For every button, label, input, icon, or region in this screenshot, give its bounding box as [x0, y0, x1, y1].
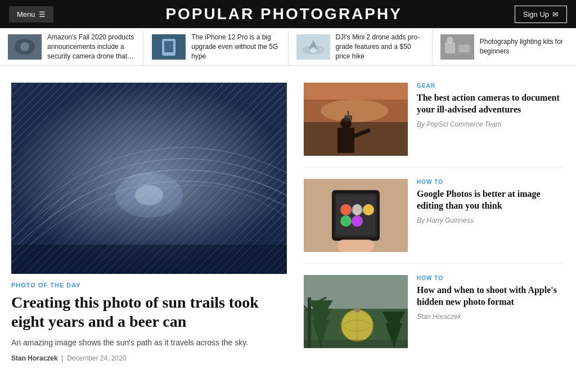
article-info-1: GEAR The best action cameras to document…: [417, 83, 565, 156]
email-icon: ✉: [552, 10, 559, 19]
ticker-text-3: DJI's Mini 2 drone adds pro-grade featur…: [336, 33, 424, 61]
svg-point-36: [363, 204, 374, 215]
article-category-3: HOW TO: [417, 275, 565, 281]
site-logo[interactable]: POPULAR PHOTOGRAPHY: [165, 5, 402, 23]
svg-line-18: [11, 240, 287, 246]
article-byline-1: By PopSci Commerce Team: [417, 120, 565, 128]
svg-rect-14: [11, 83, 287, 274]
svg-rect-11: [445, 42, 455, 53]
svg-rect-27: [344, 115, 352, 121]
menu-label: Menu: [17, 10, 35, 19]
svg-point-38: [352, 215, 363, 227]
svg-rect-33: [336, 196, 375, 235]
svg-point-17: [135, 185, 163, 205]
article-category-1: GEAR: [417, 83, 565, 89]
svg-point-34: [340, 204, 352, 215]
featured-date: December 24, 2020: [67, 354, 126, 362]
article-thumb-2[interactable]: [304, 179, 408, 252]
svg-point-2: [20, 42, 29, 51]
svg-point-12: [447, 37, 453, 43]
article-byline-3: Stan Horaczek: [417, 313, 565, 321]
ticker-thumb-3: [296, 34, 330, 60]
svg-point-37: [340, 215, 352, 227]
ticker-text-1: Amazon's Fall 2020 products announcement…: [47, 33, 136, 61]
ticker-thumb-2: [152, 34, 186, 60]
article-title-2[interactable]: Google Photos is better at image editing…: [417, 188, 565, 212]
svg-rect-40: [338, 240, 374, 252]
featured-description: An amazing image shows the sun's path as…: [11, 337, 287, 349]
ticker-item[interactable]: DJI's Mini 2 drone adds pro-grade featur…: [289, 28, 433, 65]
main-content: PHOTO OF THE DAY Creating this photo of …: [0, 66, 576, 379]
ticker-item[interactable]: The iPhone 12 Pro is a big upgrade even …: [144, 28, 288, 65]
article-info-2: HOW TO Google Photos is better at image …: [417, 179, 565, 252]
article-card: GEAR The best action cameras to document…: [304, 83, 565, 168]
article-category-2: HOW TO: [417, 179, 565, 185]
site-header: Menu ☰ POPULAR PHOTOGRAPHY Sign Up ✉: [0, 0, 576, 28]
svg-point-16: [115, 173, 183, 218]
article-card: HOW TO How and when to shoot with Apple'…: [304, 275, 565, 348]
ticker-thumb-4: [440, 34, 474, 60]
featured-title[interactable]: Creating this photo of sun trails took e…: [11, 293, 287, 331]
article-thumb-1[interactable]: [304, 83, 408, 156]
ticker-text-4: Photography lighting kits for beginners: [480, 37, 568, 56]
svg-point-9: [310, 47, 316, 53]
menu-icon: ☰: [39, 10, 46, 19]
article-byline-2: By Harry Guinness: [417, 217, 565, 224]
ticker-bar: Amazon's Fall 2020 products announcement…: [0, 28, 576, 66]
ticker-thumb-1: [8, 34, 42, 60]
featured-byline: Stan Horaczek | December 24, 2020: [11, 354, 287, 362]
svg-point-39: [353, 204, 362, 215]
article-card: HOW TO Google Photos is better at image …: [304, 179, 565, 264]
ticker-item[interactable]: Amazon's Fall 2020 products announcement…: [0, 28, 144, 65]
ticker-item[interactable]: Photography lighting kits for beginners: [433, 28, 576, 65]
featured-article: PHOTO OF THE DAY Creating this photo of …: [11, 83, 287, 362]
article-list: GEAR The best action cameras to document…: [304, 83, 565, 362]
article-title-3[interactable]: How and when to shoot with Apple's hidde…: [417, 285, 565, 308]
featured-image[interactable]: [11, 83, 287, 274]
svg-rect-19: [11, 245, 287, 274]
article-thumb-3[interactable]: [304, 275, 408, 348]
menu-button[interactable]: Menu ☰: [9, 6, 53, 22]
signup-button[interactable]: Sign Up ✉: [515, 6, 567, 23]
svg-rect-25: [338, 128, 354, 153]
article-info-3: HOW TO How and when to shoot with Apple'…: [417, 275, 565, 348]
svg-rect-5: [164, 41, 173, 52]
svg-rect-13: [458, 44, 470, 52]
svg-rect-23: [304, 83, 408, 100]
svg-rect-55: [304, 340, 408, 348]
svg-rect-54: [354, 308, 360, 312]
article-title-1[interactable]: The best action cameras to document your…: [417, 92, 565, 116]
svg-rect-15: [11, 83, 287, 274]
featured-author: Stan Horaczek: [11, 354, 58, 362]
svg-point-24: [321, 100, 388, 122]
featured-label: PHOTO OF THE DAY: [11, 282, 287, 289]
signup-label: Sign Up: [523, 10, 549, 19]
ticker-text-2: The iPhone 12 Pro is a big upgrade even …: [191, 33, 280, 61]
